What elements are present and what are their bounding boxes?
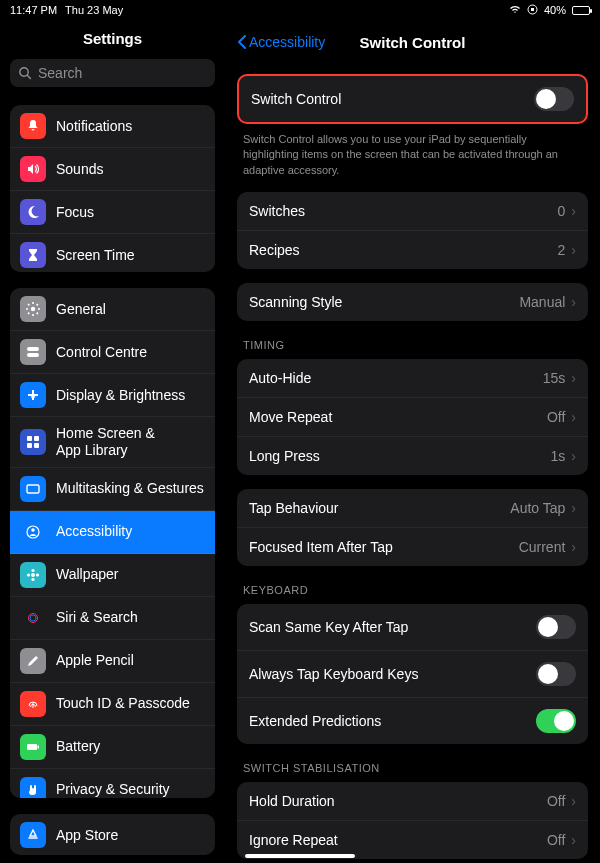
setting-row[interactable]: Long Press 1s› xyxy=(237,437,588,475)
sidebar-title: Settings xyxy=(0,20,225,59)
search-placeholder: Search xyxy=(38,65,82,81)
sidebar-item[interactable]: Siri & Search xyxy=(10,597,215,640)
sidebar-item[interactable]: Home Screen & App Library xyxy=(10,417,215,468)
setting-row[interactable]: Focused Item After Tap Current› xyxy=(237,528,588,566)
setting-row[interactable]: Auto-Hide 15s› xyxy=(237,359,588,398)
status-date: Thu 23 May xyxy=(65,4,123,16)
stabilisation-group: Hold Duration Off›Ignore Repeat Off› xyxy=(237,782,588,859)
sidebar-item-label: App Store xyxy=(56,827,118,844)
page-title: Switch Control xyxy=(225,34,600,51)
status-bar: 11:47 PM Thu 23 May 40% xyxy=(0,0,600,20)
setting-row[interactable]: Scan Same Key After Tap xyxy=(237,604,588,651)
sidebar-item[interactable]: Battery xyxy=(10,726,215,769)
sidebar-item-label: Wallpaper xyxy=(56,566,119,583)
orientation-lock-icon xyxy=(527,4,538,17)
gear-icon xyxy=(20,296,46,322)
nav-bar: Accessibility Switch Control xyxy=(225,20,600,60)
setting-row[interactable]: Tap Behaviour Auto Tap› xyxy=(237,489,588,528)
siri-icon xyxy=(20,605,46,631)
status-time: 11:47 PM xyxy=(10,4,57,16)
wifi-icon xyxy=(509,4,521,16)
grid-icon xyxy=(20,429,46,455)
sidebar-item[interactable]: ADisplay & Brightness xyxy=(10,374,215,417)
sidebar-item[interactable]: Focus xyxy=(10,191,215,234)
sidebar-item-label: Apple Pencil xyxy=(56,652,134,669)
moon-icon xyxy=(20,199,46,225)
hand-icon xyxy=(20,777,46,799)
svg-rect-1 xyxy=(531,8,534,11)
bell-icon xyxy=(20,113,46,139)
svg-point-16 xyxy=(31,528,35,532)
sidebar-item[interactable]: Privacy & Security xyxy=(10,769,215,799)
sidebar-item-label: Focus xyxy=(56,204,94,221)
toggle[interactable] xyxy=(536,709,576,733)
search-input[interactable]: Search xyxy=(10,59,215,87)
sidebar-item[interactable]: Apple Pencil xyxy=(10,640,215,683)
appstore-icon xyxy=(20,822,46,848)
speaker-icon xyxy=(20,156,46,182)
chevron-right-icon: › xyxy=(571,793,576,809)
tap-group: Tap Behaviour Auto Tap›Focused Item Afte… xyxy=(237,489,588,566)
scanning-group: Scanning Style Manual › xyxy=(237,283,588,321)
svg-point-4 xyxy=(31,307,35,311)
switch-control-toggle[interactable] xyxy=(534,87,574,111)
switches-recipes-group: Switches 0›Recipes 2› xyxy=(237,192,588,269)
svg-rect-25 xyxy=(27,744,37,750)
svg-rect-5 xyxy=(27,347,39,351)
setting-row[interactable]: Hold Duration Off› xyxy=(237,782,588,821)
sidebar-item[interactable]: Control Centre xyxy=(10,331,215,374)
svg-rect-6 xyxy=(27,353,39,357)
sidebar-item-label: Control Centre xyxy=(56,344,147,361)
sidebar-item[interactable]: Screen Time xyxy=(10,234,215,272)
chevron-right-icon: › xyxy=(571,242,576,258)
svg-rect-12 xyxy=(27,443,32,448)
sidebar-group-0: NotificationsSoundsFocusScreen Time xyxy=(10,105,215,272)
hourglass-icon xyxy=(20,242,46,268)
sidebar-item[interactable]: Multitasking & Gestures xyxy=(10,468,215,511)
setting-row[interactable]: Always Tap Keyboard Keys xyxy=(237,651,588,698)
home-indicator[interactable] xyxy=(245,854,355,858)
sidebar-item[interactable]: App Store xyxy=(10,814,215,855)
setting-row[interactable]: Extended Predictions xyxy=(237,698,588,744)
sidebar-group-1: GeneralControl CentreADisplay & Brightne… xyxy=(10,288,215,798)
sidebar-item-label: Touch ID & Passcode xyxy=(56,695,190,712)
toggle[interactable] xyxy=(536,662,576,686)
sidebar-item[interactable]: General xyxy=(10,288,215,331)
sidebar-item-label: Home Screen & App Library xyxy=(56,425,155,459)
sidebar-item-label: Battery xyxy=(56,738,100,755)
chevron-right-icon: › xyxy=(571,448,576,464)
switch-control-label: Switch Control xyxy=(251,91,341,107)
sun-icon: A xyxy=(20,382,46,408)
stabilisation-header: SWITCH STABILISATION xyxy=(237,744,588,778)
sidebar-item[interactable]: Touch ID & Passcode xyxy=(10,683,215,726)
svg-rect-13 xyxy=(34,443,39,448)
chevron-right-icon: › xyxy=(571,294,576,310)
setting-row[interactable]: Switches 0› xyxy=(237,192,588,231)
timing-group: Auto-Hide 15s›Move Repeat Off›Long Press… xyxy=(237,359,588,475)
sidebar-item[interactable]: Sounds xyxy=(10,148,215,191)
pencil-icon xyxy=(20,648,46,674)
svg-point-20 xyxy=(27,573,30,576)
switch-control-row[interactable]: Switch Control xyxy=(239,76,586,122)
sidebar-item-label: Sounds xyxy=(56,161,103,178)
sidebar-item-label: Multitasking & Gestures xyxy=(56,480,204,497)
svg-point-18 xyxy=(31,568,34,571)
setting-row[interactable]: Recipes 2› xyxy=(237,231,588,269)
keyboard-header: KEYBOARD xyxy=(237,566,588,600)
toggle[interactable] xyxy=(536,615,576,639)
sidebar-item-label: Screen Time xyxy=(56,247,135,264)
svg-rect-14 xyxy=(27,485,39,493)
setting-row[interactable]: Move Repeat Off› xyxy=(237,398,588,437)
keyboard-group: Scan Same Key After Tap Always Tap Keybo… xyxy=(237,604,588,744)
sidebar-item[interactable]: Accessibility xyxy=(10,511,215,554)
flower-icon xyxy=(20,562,46,588)
chevron-right-icon: › xyxy=(571,539,576,555)
svg-point-21 xyxy=(36,573,39,576)
svg-point-15 xyxy=(27,526,39,538)
sidebar-item-label: Accessibility xyxy=(56,523,132,540)
sidebar-group-2: App Store xyxy=(10,814,215,855)
chevron-right-icon: › xyxy=(571,203,576,219)
sidebar-item[interactable]: Notifications xyxy=(10,105,215,148)
sidebar-item[interactable]: Wallpaper xyxy=(10,554,215,597)
scanning-style-row[interactable]: Scanning Style Manual › xyxy=(237,283,588,321)
